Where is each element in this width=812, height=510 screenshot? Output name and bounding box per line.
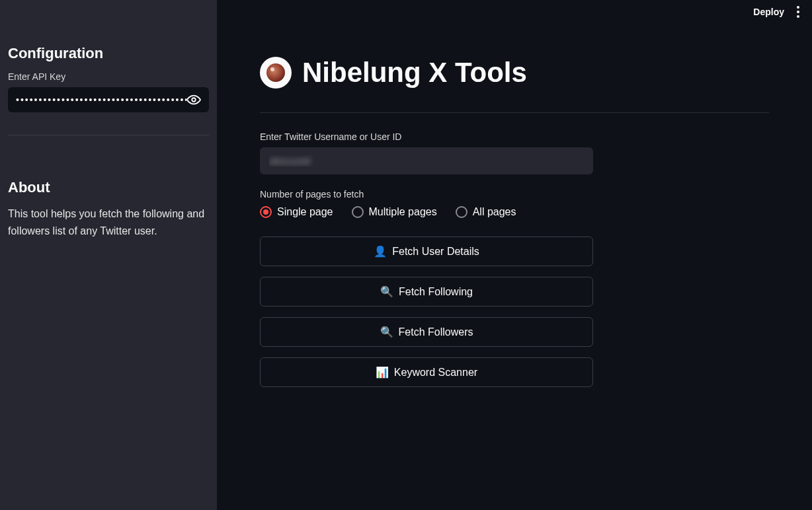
radio-single-page[interactable]: Single page xyxy=(260,206,333,218)
radio-multiple-pages[interactable]: Multiple pages xyxy=(352,206,437,218)
reveal-password-icon[interactable] xyxy=(186,92,201,107)
keyword-scanner-button[interactable]: 📊 Keyword Scanner xyxy=(260,357,593,387)
pages-label: Number of pages to fetch xyxy=(260,189,593,200)
topbar: Deploy xyxy=(753,4,804,20)
api-key-label: Enter API Key xyxy=(8,71,209,82)
radio-label: All pages xyxy=(473,206,516,218)
fetch-followers-button[interactable]: 🔍 Fetch Followers xyxy=(260,317,593,347)
page-title: Nibelung X Tools xyxy=(302,57,527,89)
fetch-user-details-button[interactable]: 👤 Fetch User Details xyxy=(260,237,593,266)
username-label: Enter Twitter Username or User ID xyxy=(260,131,593,142)
sidebar-divider xyxy=(8,135,209,135)
radio-icon xyxy=(456,206,467,218)
button-label: Fetch Followers xyxy=(399,326,473,338)
api-key-field-wrapper xyxy=(8,87,209,112)
main-area: Deploy Nibelung X Tools Enter Twitter Us… xyxy=(217,0,812,510)
radio-all-pages[interactable]: All pages xyxy=(456,206,516,218)
radio-icon xyxy=(260,206,272,218)
form-section: Enter Twitter Username or User ID Number… xyxy=(260,131,593,387)
radio-icon xyxy=(352,206,364,218)
config-heading: Configuration xyxy=(8,45,209,62)
about-heading: About xyxy=(8,179,209,196)
title-divider xyxy=(260,112,769,113)
search-icon: 🔍 xyxy=(380,326,393,338)
api-key-input[interactable] xyxy=(16,94,186,105)
search-icon: 🔍 xyxy=(380,285,393,298)
menu-kebab-icon[interactable] xyxy=(792,4,804,20)
app-logo-eye-icon xyxy=(260,57,292,89)
chart-icon: 📊 xyxy=(376,366,389,379)
user-icon: 👤 xyxy=(374,245,387,258)
fetch-following-button[interactable]: 🔍 Fetch Following xyxy=(260,277,593,307)
radio-label: Single page xyxy=(277,206,333,218)
sidebar: Configuration Enter API Key About This t… xyxy=(0,0,217,510)
button-label: Fetch Following xyxy=(399,286,473,298)
button-label: Keyword Scanner xyxy=(394,367,477,379)
radio-label: Multiple pages xyxy=(369,206,437,218)
deploy-button[interactable]: Deploy xyxy=(753,7,784,17)
button-label: Fetch User Details xyxy=(392,246,479,258)
radio-group-pages: Single page Multiple pages All pages xyxy=(260,206,593,218)
username-input[interactable] xyxy=(260,147,593,174)
content-container: Nibelung X Tools Enter Twitter Username … xyxy=(260,0,769,387)
title-row: Nibelung X Tools xyxy=(260,57,769,89)
about-text: This tool helps you fetch the following … xyxy=(8,205,209,239)
svg-point-0 xyxy=(192,98,196,102)
